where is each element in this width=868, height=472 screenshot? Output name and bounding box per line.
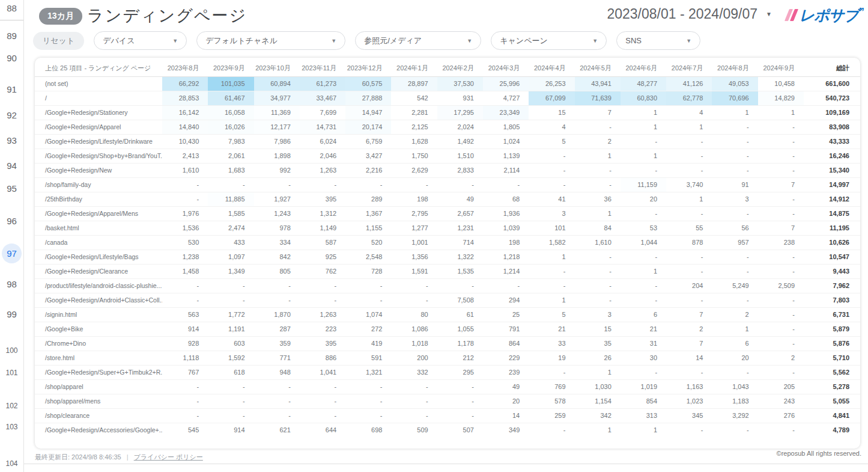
value-cell: 1,086: [391, 322, 437, 336]
total-cell: 5,562: [804, 365, 860, 379]
value-cell: 26: [575, 351, 621, 365]
row-label: /Google+Redesign/Stationery: [35, 105, 162, 120]
value-cell: -: [345, 293, 391, 307]
table-row: /Google+Redesign/Clearance1,4581,3498057…: [35, 264, 860, 278]
column-header[interactable]: 2023年9月: [208, 60, 253, 76]
page-nav-item-90[interactable]: 90: [0, 51, 23, 64]
corner-header[interactable]: 上位 25 項目 - ランディング ページ: [35, 60, 162, 76]
filter-dropdown-device[interactable]: デバイス▼: [94, 31, 187, 50]
page-nav-item-92[interactable]: 92: [0, 108, 23, 121]
column-header[interactable]: 2023年11月: [300, 60, 345, 76]
column-header[interactable]: 2024年9月: [758, 60, 804, 76]
value-cell: 1,976: [162, 206, 208, 221]
value-cell: -: [345, 177, 391, 192]
column-header[interactable]: 2024年8月: [712, 60, 757, 76]
value-cell: 714: [437, 235, 483, 250]
value-cell: 238: [758, 235, 804, 250]
page-nav-item-99[interactable]: 99: [0, 307, 23, 320]
row-label: /basket.html: [35, 221, 162, 235]
value-cell: -: [758, 206, 804, 221]
page-nav-item-102[interactable]: 102: [0, 399, 23, 412]
page-nav-item-101[interactable]: 101: [0, 366, 23, 379]
row-label: /Google+Redesign/Lifestyle/Drinkware: [35, 134, 162, 149]
value-cell: 71,639: [575, 91, 621, 105]
column-header[interactable]: 2024年5月: [575, 60, 621, 76]
value-cell: 769: [529, 379, 574, 394]
column-header[interactable]: 2023年12月: [345, 60, 391, 76]
page-nav-item-104[interactable]: 104: [0, 457, 23, 470]
date-range-picker[interactable]: 2023/08/01 - 2024/09/07 ▼: [607, 6, 772, 22]
value-cell: -: [575, 278, 621, 293]
filter-label: SNS: [625, 36, 642, 45]
value-cell: -: [575, 177, 621, 192]
filter-dropdown-campaign[interactable]: キャンペーン▼: [491, 31, 607, 50]
row-label: /shop/apparel/mens: [35, 394, 162, 408]
value-cell: 11,369: [254, 105, 300, 120]
report-canvas: 13カ月 ランディングページ 2023/08/01 - 2024/09/07 ▼…: [24, 0, 868, 472]
column-header[interactable]: 2024年2月: [437, 60, 483, 76]
value-cell: 20,174: [345, 120, 391, 134]
value-cell: 21: [529, 322, 574, 336]
value-cell: 791: [483, 322, 529, 336]
value-cell: 3: [575, 307, 621, 322]
column-header[interactable]: 2023年10月: [254, 60, 300, 76]
logo-quote-mark: ”: [859, 6, 864, 19]
value-cell: 603: [208, 336, 253, 351]
value-cell: 84: [575, 221, 621, 235]
filter-dropdown-sns[interactable]: SNS▼: [616, 31, 700, 50]
value-cell: -: [712, 365, 757, 379]
table-row: /Google+Redesign/Accessories/Google+...5…: [35, 423, 860, 437]
total-cell: 5,055: [804, 394, 860, 408]
filter-dropdown-default-channel[interactable]: デフォルトチャネル▼: [196, 31, 345, 50]
value-cell: 41: [529, 192, 574, 206]
value-cell: 644: [300, 423, 345, 437]
column-header[interactable]: 2024年6月: [621, 60, 666, 76]
value-cell: 20: [621, 192, 666, 206]
value-cell: 294: [483, 293, 529, 307]
value-cell: -: [712, 134, 757, 149]
page-nav-item-97[interactable]: 97: [2, 244, 22, 263]
value-cell: 49: [437, 192, 483, 206]
page-nav-item-88[interactable]: 88: [0, 1, 23, 14]
value-cell: 2,216: [345, 163, 391, 177]
value-cell: -: [712, 206, 757, 221]
value-cell: -: [666, 163, 712, 177]
value-cell: 1,149: [300, 221, 345, 235]
privacy-policy-link[interactable]: プライバシー ポリシー: [134, 453, 203, 461]
column-header[interactable]: 総計: [804, 60, 860, 76]
value-cell: 1,367: [345, 206, 391, 221]
page-nav-item-94[interactable]: 94: [0, 159, 23, 172]
filter-dropdown-source-medium[interactable]: 参照元/メディア▼: [355, 31, 481, 50]
column-header[interactable]: 2023年8月: [162, 60, 208, 76]
page-nav-item-100[interactable]: 100: [0, 344, 23, 357]
filter-label: キャンペーン: [500, 35, 548, 46]
table-row: /shop/clearance-------142593423133453,29…: [35, 408, 860, 423]
column-header[interactable]: 2024年3月: [483, 60, 529, 76]
page-nav-item-95[interactable]: 95: [0, 182, 23, 195]
value-cell: -: [437, 408, 483, 423]
table-row: (not set)66,292101,03560,89461,27360,575…: [35, 76, 860, 91]
value-cell: 2,509: [758, 278, 804, 293]
reset-button[interactable]: リセット: [33, 32, 84, 50]
value-cell: 5,249: [712, 278, 757, 293]
page-nav-item-103[interactable]: 103: [0, 420, 23, 434]
column-header[interactable]: 2024年1月: [391, 60, 437, 76]
value-cell: 1,750: [391, 149, 437, 163]
column-header[interactable]: 2024年7月: [666, 60, 712, 76]
value-cell: 805: [254, 264, 300, 278]
page-nav-item-96[interactable]: 96: [0, 214, 23, 227]
value-cell: 1,585: [208, 206, 253, 221]
value-cell: -: [162, 379, 208, 394]
value-cell: -: [758, 192, 804, 206]
column-header[interactable]: 2024年4月: [529, 60, 574, 76]
value-cell: 767: [162, 365, 208, 379]
page-nav-item-89[interactable]: 89: [0, 29, 23, 42]
total-cell: 7,962: [804, 278, 860, 293]
value-cell: -: [621, 278, 666, 293]
page-nav-item-98[interactable]: 98: [0, 277, 23, 290]
page-nav-item-91[interactable]: 91: [0, 82, 23, 96]
page-nav-item-93[interactable]: 93: [0, 133, 23, 147]
value-cell: 2,474: [208, 221, 253, 235]
value-cell: 56: [712, 221, 757, 235]
total-cell: 14,875: [804, 206, 860, 221]
